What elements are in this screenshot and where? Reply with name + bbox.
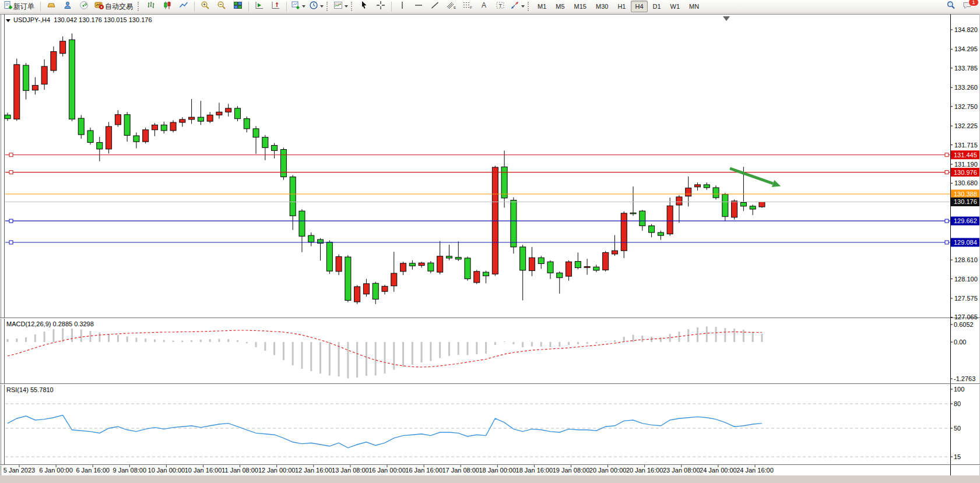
svg-text:20 Jan 16:00: 20 Jan 16:00 xyxy=(626,467,663,474)
svg-text:17 Jan 08:00: 17 Jan 08:00 xyxy=(442,467,479,474)
svg-text:13 Jan 08:00: 13 Jan 08:00 xyxy=(332,467,369,474)
svg-text:129.662: 129.662 xyxy=(954,217,977,224)
new-order-label: 新订单 xyxy=(13,2,36,12)
equidistant-channel-button[interactable]: E xyxy=(443,0,459,13)
timeframe-M5[interactable]: M5 xyxy=(552,1,568,12)
svg-text:-1.2763: -1.2763 xyxy=(954,375,975,382)
timeframe-H4[interactable]: H4 xyxy=(631,1,647,12)
vertical-line-icon xyxy=(398,1,407,12)
svg-text:130.680: 130.680 xyxy=(954,179,978,186)
trendline-button[interactable] xyxy=(427,0,443,13)
bar-chart-button[interactable] xyxy=(143,0,159,13)
tile-windows-icon xyxy=(233,1,243,12)
main-toolbar: 新订单 自动交易 xyxy=(0,0,980,13)
toolbar-grip[interactable] xyxy=(326,2,329,11)
toolbar-separator xyxy=(391,2,392,12)
zoom-in-button[interactable] xyxy=(197,0,213,13)
channel-icon: E xyxy=(446,1,456,12)
symbol-info-line[interactable]: USDJPY-,H4 130.042 130.176 130.015 130.1… xyxy=(6,16,152,23)
search-button[interactable] xyxy=(943,0,959,13)
svg-text:127.575: 127.575 xyxy=(954,295,978,302)
svg-text:6 Jan 00:00: 6 Jan 00:00 xyxy=(39,467,73,474)
svg-text:129.084: 129.084 xyxy=(954,239,977,246)
periodicity-button[interactable] xyxy=(307,0,325,13)
symbol-ohlc-values: 130.042 130.176 130.015 130.176 xyxy=(54,16,152,23)
svg-text:10 Jan 00:00: 10 Jan 00:00 xyxy=(148,467,185,474)
text-button[interactable]: A xyxy=(476,0,492,13)
horizontal-line-icon xyxy=(414,1,423,12)
svg-text:133.785: 133.785 xyxy=(954,65,978,72)
svg-text:80: 80 xyxy=(954,400,961,407)
chevron-down-icon xyxy=(521,5,525,8)
zoom-out-icon xyxy=(217,1,226,12)
autotrading-button[interactable]: 自动交易 xyxy=(92,0,136,13)
search-icon xyxy=(946,1,956,12)
text-label-button[interactable]: T xyxy=(492,0,508,13)
collapse-triangle-icon xyxy=(6,19,10,22)
indicators-button[interactable] xyxy=(332,0,350,13)
timeframe-D1[interactable]: D1 xyxy=(649,1,665,12)
line-chart-button[interactable] xyxy=(175,0,192,13)
chart-shift-button[interactable] xyxy=(268,0,284,13)
svg-text:15: 15 xyxy=(954,453,961,460)
toolbar-grip[interactable] xyxy=(351,2,354,11)
timeframe-M30[interactable]: M30 xyxy=(592,1,612,12)
svg-text:131.190: 131.190 xyxy=(954,161,978,168)
new-order-button[interactable]: 新订单 xyxy=(2,0,38,13)
candlestick-chart-button[interactable] xyxy=(159,0,175,13)
bar-chart-icon xyxy=(146,1,156,12)
timeframe-M15[interactable]: M15 xyxy=(570,1,591,12)
signals-button[interactable] xyxy=(76,0,92,13)
svg-text:A: A xyxy=(482,1,486,9)
indicators-icon xyxy=(333,1,343,12)
new-order-icon xyxy=(3,1,13,12)
signals-icon xyxy=(79,1,89,12)
crosshair-button[interactable] xyxy=(373,0,389,13)
rsi-label: RSI(14) 55.7810 xyxy=(6,386,54,393)
chart-canvas[interactable]: 131.445130.976130.388130.176129.662129.0… xyxy=(0,0,980,483)
svg-text:11 Jan 08:00: 11 Jan 08:00 xyxy=(222,467,258,474)
toolbar-grip[interactable] xyxy=(528,2,531,11)
toolbar-separator xyxy=(248,2,249,12)
fibonacci-button[interactable]: F xyxy=(459,0,476,13)
svg-text:19 Jan 08:00: 19 Jan 08:00 xyxy=(553,467,590,474)
chat-button[interactable]: 1 xyxy=(959,0,975,13)
svg-text:E: E xyxy=(454,6,456,9)
new-chart-button[interactable] xyxy=(289,0,307,13)
svg-text:F: F xyxy=(470,6,472,9)
timeframe-M1[interactable]: M1 xyxy=(533,1,550,12)
svg-text:132.225: 132.225 xyxy=(954,122,978,129)
zoom-in-icon xyxy=(201,1,210,12)
zoom-out-button[interactable] xyxy=(213,0,230,13)
timeframe-MN[interactable]: MN xyxy=(685,1,703,12)
chat-badge: 1 xyxy=(968,0,979,6)
tile-windows-button[interactable] xyxy=(230,0,246,13)
cursor-button[interactable] xyxy=(356,0,373,13)
macd-signal-value: 0.3298 xyxy=(74,320,94,327)
svg-text:6 Jan 16:00: 6 Jan 16:00 xyxy=(76,467,110,474)
svg-text:12 Jan 00:00: 12 Jan 00:00 xyxy=(258,467,296,474)
market-watch-button[interactable] xyxy=(43,0,59,13)
profile-icon xyxy=(63,1,72,12)
svg-text:T: T xyxy=(499,3,503,9)
auto-scroll-button[interactable] xyxy=(251,0,268,13)
timeframe-W1[interactable]: W1 xyxy=(666,1,684,12)
chevron-down-icon xyxy=(302,5,305,8)
clock-icon xyxy=(309,1,318,12)
autotrading-icon xyxy=(94,1,104,12)
macd-label: MACD(12,26,9) 0.2885 0.3298 xyxy=(6,320,94,327)
svg-text:24 Jan 00:00: 24 Jan 00:00 xyxy=(700,467,737,474)
chevron-down-icon xyxy=(320,5,324,8)
svg-text:100: 100 xyxy=(954,386,964,393)
profile-button[interactable] xyxy=(59,0,76,13)
svg-text:5 Jan 2023: 5 Jan 2023 xyxy=(3,467,35,474)
svg-text:10 Jan 16:00: 10 Jan 16:00 xyxy=(185,467,222,474)
svg-text:134.295: 134.295 xyxy=(954,45,978,52)
arrow-objects-button[interactable] xyxy=(508,0,526,13)
horizontal-line-button[interactable] xyxy=(410,0,427,13)
svg-text:0.6052: 0.6052 xyxy=(954,321,974,328)
timeframe-H1[interactable]: H1 xyxy=(613,1,630,12)
autotrading-label: 自动交易 xyxy=(104,2,135,12)
toolbar-grip[interactable] xyxy=(138,2,140,11)
vertical-line-button[interactable] xyxy=(394,0,410,13)
